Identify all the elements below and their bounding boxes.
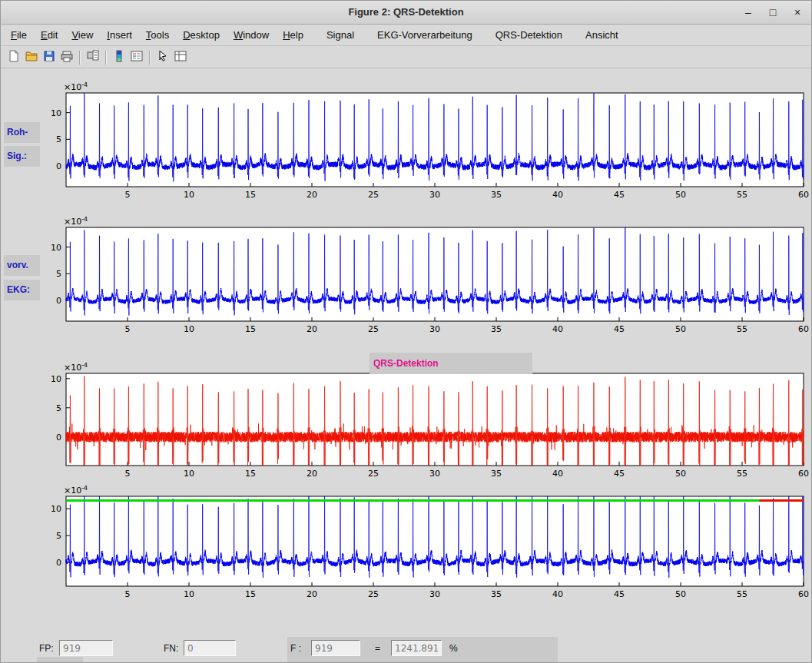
close-button[interactable]: ×: [791, 6, 804, 18]
svg-text:50: 50: [675, 190, 686, 200]
svg-text:40: 40: [552, 469, 563, 479]
result-input[interactable]: [391, 640, 442, 656]
plot-browser-icon: [174, 50, 187, 65]
svg-text:5: 5: [56, 531, 61, 541]
fn-input[interactable]: [184, 640, 236, 656]
svg-text:10: 10: [184, 190, 194, 200]
new-document-icon: [8, 50, 20, 65]
plot-browser-button[interactable]: [171, 48, 189, 66]
svg-text:40: 40: [552, 190, 563, 200]
svg-text:60: 60: [798, 469, 809, 479]
svg-text:5: 5: [125, 469, 131, 479]
svg-text:50: 50: [675, 324, 686, 334]
svg-text:60: 60: [798, 324, 809, 334]
svg-text:45: 45: [614, 469, 625, 479]
svg-text:10: 10: [184, 324, 194, 334]
svg-text:55: 55: [737, 190, 747, 200]
svg-text:30: 30: [429, 324, 440, 334]
new-document-button[interactable]: [5, 48, 22, 66]
svg-text:35: 35: [491, 589, 502, 599]
toolbar: [1, 47, 811, 68]
svg-text:×10-4: ×10-4: [64, 217, 88, 227]
f-input[interactable]: [311, 640, 360, 656]
svg-text:10: 10: [184, 589, 194, 599]
menu-signal[interactable]: Signal: [320, 26, 361, 44]
svg-text:×10-4: ×10-4: [64, 82, 88, 92]
toolbar-separator: [79, 51, 80, 65]
arrow-pointer-button[interactable]: [154, 48, 171, 66]
svg-text:30: 30: [429, 190, 440, 200]
svg-text:35: 35: [491, 324, 502, 334]
open-folder-button[interactable]: [22, 48, 40, 66]
svg-text:10: 10: [51, 504, 61, 514]
preprocessed-label-line2: EKG:: [4, 280, 40, 300]
svg-text:10: 10: [51, 243, 61, 253]
svg-text:×10-4: ×10-4: [64, 363, 88, 373]
equals-label: =: [375, 643, 380, 654]
svg-text:10: 10: [51, 374, 61, 384]
menu-window[interactable]: Window: [227, 26, 276, 44]
svg-text:35: 35: [491, 469, 502, 479]
svg-text:5: 5: [125, 324, 131, 334]
menu-ansicht[interactable]: Ansicht: [578, 26, 625, 44]
svg-text:25: 25: [368, 469, 379, 479]
save-button[interactable]: [40, 48, 58, 66]
svg-text:50: 50: [675, 589, 686, 599]
print-preview-icon: [87, 50, 99, 65]
svg-text:55: 55: [737, 469, 747, 479]
fp-input[interactable]: [59, 640, 113, 656]
colorbar-button[interactable]: [110, 48, 128, 66]
svg-text:0: 0: [56, 433, 61, 443]
plot-qrs-filtered[interactable]: ×10-4051051015202530354045505560: [47, 363, 811, 484]
svg-text:0: 0: [56, 558, 61, 568]
legend-icon: [131, 50, 143, 65]
svg-text:15: 15: [245, 589, 256, 599]
fp-label: FP:: [39, 643, 54, 654]
menu-file[interactable]: File: [4, 26, 34, 44]
svg-text:0: 0: [56, 161, 61, 171]
svg-text:20: 20: [307, 324, 317, 334]
fn-label: FN:: [164, 643, 178, 654]
svg-text:15: 15: [245, 469, 256, 479]
svg-text:×10-4: ×10-4: [64, 486, 88, 496]
svg-text:25: 25: [368, 589, 379, 599]
svg-text:25: 25: [368, 190, 379, 200]
preprocessed-label-line1: vorv.: [4, 255, 40, 276]
plot-detection-result[interactable]: ×10-4051051015202530354045505560: [47, 486, 811, 605]
svg-text:10: 10: [51, 108, 61, 118]
toolbar-separator: [149, 51, 150, 65]
svg-text:5: 5: [56, 403, 61, 413]
print-button[interactable]: [58, 48, 75, 66]
svg-text:20: 20: [307, 190, 317, 200]
print-icon: [61, 50, 73, 65]
menu-edit[interactable]: Edit: [34, 26, 65, 44]
svg-text:15: 15: [245, 190, 256, 200]
menu-insert[interactable]: Insert: [100, 26, 139, 44]
svg-text:60: 60: [798, 190, 809, 200]
open-folder-icon: [25, 50, 38, 65]
svg-text:50: 50: [675, 469, 686, 479]
svg-text:5: 5: [125, 589, 131, 599]
figure-window: Figure 2: QRS-Detektion – □ × FileEditVi…: [0, 0, 812, 663]
plot-raw-signal[interactable]: ×10-4051051015202530354045505560: [47, 82, 811, 205]
menu-qrs-detektion[interactable]: QRS-Detektion: [489, 26, 569, 44]
menu-ekg-vorverarbeitung[interactable]: EKG-Vorverarbeitung: [370, 26, 479, 44]
menu-help[interactable]: Help: [276, 26, 310, 44]
svg-text:5: 5: [125, 190, 131, 200]
f-label: F :: [290, 643, 301, 654]
plot-preprocessed-ekg[interactable]: ×10-4051051015202530354045505560: [47, 217, 811, 340]
svg-text:60: 60: [798, 589, 809, 599]
svg-text:40: 40: [552, 324, 563, 334]
menu-tools[interactable]: Tools: [139, 26, 176, 44]
corner-widget: [37, 657, 83, 663]
colorbar-icon: [113, 50, 125, 65]
print-preview-button[interactable]: [84, 48, 101, 66]
legend-button[interactable]: [128, 48, 145, 66]
menu-view[interactable]: View: [65, 26, 100, 44]
svg-text:40: 40: [552, 589, 563, 599]
minimize-button[interactable]: –: [742, 6, 754, 18]
maximize-button[interactable]: □: [767, 6, 779, 18]
menu-desktop[interactable]: Desktop: [176, 26, 227, 44]
toolbar-separator: [105, 51, 106, 65]
raw-signal-label-line2: Sig.:: [4, 146, 40, 167]
